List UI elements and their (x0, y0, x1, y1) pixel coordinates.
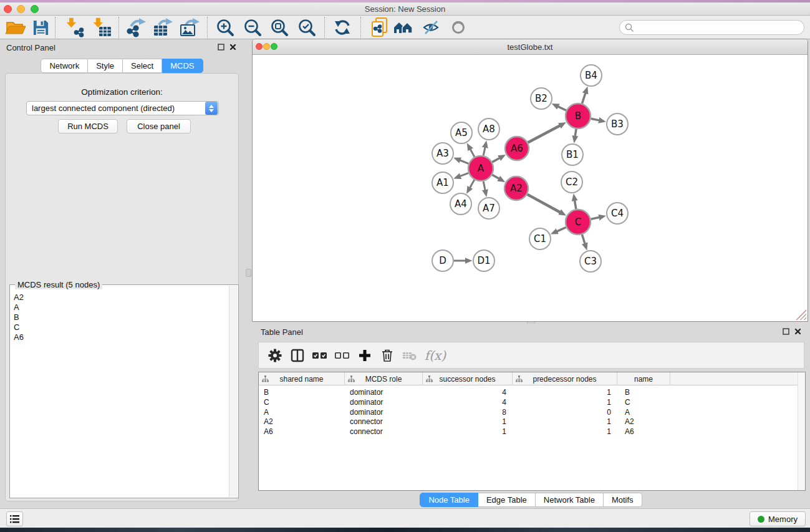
edge-B-B2[interactable] (558, 107, 566, 110)
edge-C-C1[interactable] (557, 228, 566, 231)
tab-network-table[interactable]: Network Table (536, 493, 604, 507)
gear-icon[interactable] (264, 344, 286, 367)
edge-A2-C[interactable] (528, 195, 560, 213)
vertical-splitter-handle[interactable] (246, 269, 251, 277)
table-cell[interactable]: connector (350, 417, 423, 427)
edge-C-C2[interactable] (575, 201, 576, 210)
table-cell[interactable]: 1 (423, 427, 506, 437)
network-canvas[interactable]: ABCA2A6A1A3A4A5A7A8B1B2B3B4C1C2C3C4DD1 (253, 56, 807, 321)
edge-A-A4[interactable] (470, 180, 475, 188)
select-all-icon[interactable] (309, 344, 331, 367)
memory-button[interactable]: Memory (750, 511, 806, 526)
close-panel-icon[interactable] (794, 328, 801, 335)
close-panel-icon[interactable] (229, 44, 236, 51)
node-B3[interactable]: B3 (607, 114, 628, 135)
result-list-item[interactable]: A6 (14, 332, 224, 342)
tab-node-table[interactable]: Node Table (420, 493, 478, 507)
node-C1[interactable]: C1 (529, 228, 551, 249)
show-selected-eye-icon[interactable] (446, 17, 470, 38)
zoom-out-icon[interactable] (241, 17, 264, 38)
edge-A-A2[interactable] (492, 175, 499, 178)
save-session-icon[interactable] (29, 17, 52, 38)
node-A1[interactable]: A1 (432, 172, 453, 193)
network-window-titlebar[interactable]: testGlobe.txt (253, 39, 808, 55)
task-history-button[interactable] (6, 511, 23, 526)
table-cell[interactable]: dominator (350, 387, 423, 397)
node-A2[interactable]: A2 (504, 177, 528, 200)
function-builder-icon[interactable]: f(x) (421, 344, 450, 367)
trash-icon[interactable] (376, 344, 398, 367)
deselect-all-icon[interactable] (331, 344, 354, 367)
edge-B-B3[interactable] (591, 118, 599, 120)
table-cell[interactable]: B (264, 387, 345, 397)
node-A5[interactable]: A5 (451, 122, 472, 143)
table-scrollbar[interactable] (798, 372, 805, 490)
table-cell[interactable]: A6 (264, 427, 345, 437)
edge-A-A7[interactable] (483, 181, 485, 190)
columns-icon[interactable] (286, 344, 309, 367)
table-cell[interactable]: B (625, 387, 673, 397)
result-list-item[interactable]: B (14, 312, 224, 322)
mcds-result-list[interactable]: A2ABCA6 (10, 288, 228, 496)
table-cell[interactable]: connector (350, 427, 423, 437)
tab-style[interactable]: Style (88, 59, 123, 73)
close-panel-button[interactable]: Close panel (127, 119, 191, 133)
zoom-selected-icon[interactable] (295, 17, 319, 38)
table-cell[interactable]: dominator (350, 407, 423, 417)
show-all-networks-icon[interactable] (392, 17, 415, 38)
node-C3[interactable]: C3 (580, 251, 601, 272)
table-cell[interactable]: 1 (513, 387, 611, 397)
node-C[interactable]: C (566, 210, 591, 235)
float-panel-icon[interactable] (218, 44, 224, 51)
column-header-successor-nodes[interactable]: successor nodes (423, 372, 513, 385)
node-A6[interactable]: A6 (505, 137, 529, 160)
node-B1[interactable]: B1 (562, 144, 583, 165)
node-A4[interactable]: A4 (450, 193, 471, 215)
table-cell[interactable]: 1 (513, 417, 611, 427)
result-list-item[interactable]: A2 (14, 293, 224, 302)
node-A[interactable]: A (468, 156, 493, 181)
result-list-item[interactable]: A (14, 302, 224, 312)
edge-B-B1[interactable] (575, 129, 576, 137)
float-panel-icon[interactable] (783, 328, 789, 335)
edge-C-C4[interactable] (591, 218, 599, 220)
node-B2[interactable]: B2 (531, 88, 552, 109)
node-table[interactable]: shared nameMCDS rolesuccessor nodesprede… (258, 372, 806, 491)
tab-mcds[interactable]: MCDS (162, 59, 203, 73)
edge-C-C3[interactable] (582, 235, 585, 243)
edge-A-A1[interactable] (460, 173, 468, 176)
export-table-icon[interactable] (152, 17, 175, 38)
export-network-icon[interactable] (125, 17, 148, 38)
tab-motifs[interactable]: Motifs (604, 493, 642, 507)
import-table-icon[interactable] (90, 17, 113, 38)
table-cell[interactable]: 4 (423, 387, 506, 397)
node-D[interactable]: D (432, 250, 453, 271)
add-entry-icon[interactable] (354, 344, 376, 367)
edge-A-A6[interactable] (492, 158, 499, 162)
table-cell[interactable]: 1 (423, 417, 506, 427)
search-field[interactable] (619, 20, 804, 35)
zoom-in-icon[interactable] (213, 17, 237, 38)
column-header-mcds-role[interactable]: MCDS role (345, 372, 423, 385)
table-cell[interactable]: 1 (513, 397, 611, 407)
table-cell[interactable]: 4 (423, 397, 506, 407)
node-C2[interactable]: C2 (561, 172, 582, 193)
node-B[interactable]: B (566, 104, 591, 128)
edge-A-A3[interactable] (460, 160, 469, 163)
node-A8[interactable]: A8 (478, 118, 499, 140)
table-cell[interactable]: A (264, 407, 345, 417)
table-cell[interactable]: A (625, 407, 673, 417)
node-C4[interactable]: C4 (607, 203, 628, 224)
export-image-icon[interactable] (178, 17, 202, 38)
node-D1[interactable]: D1 (473, 250, 494, 271)
copy-network-view-icon[interactable] (368, 17, 392, 38)
result-scrollbar[interactable] (229, 286, 238, 497)
node-B4[interactable]: B4 (581, 65, 602, 86)
column-header-name[interactable]: name (617, 372, 670, 385)
criterion-dropdown[interactable]: largest connected component (directed) (26, 101, 219, 115)
result-list-item[interactable]: C (14, 322, 224, 332)
edge-A-A5[interactable] (470, 149, 475, 157)
node-A3[interactable]: A3 (432, 143, 453, 164)
tab-edge-table[interactable]: Edge Table (478, 493, 536, 507)
zoom-fit-icon[interactable] (268, 17, 291, 38)
